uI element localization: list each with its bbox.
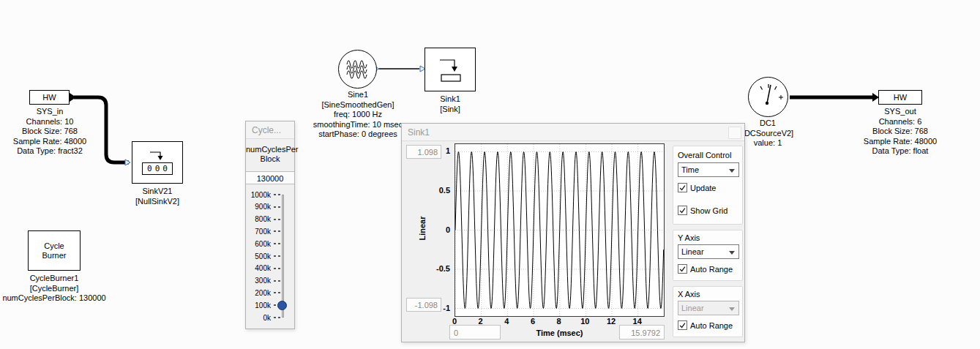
y-axis-group-label: Y Axis xyxy=(678,233,700,242)
slider-tick-label: 100k xyxy=(246,301,271,309)
overall-control-label: Overall Control xyxy=(678,151,731,160)
block-sink1[interactable] xyxy=(424,48,476,91)
slider-tick-label: 200k xyxy=(246,289,271,297)
hw-tab-label: HW xyxy=(42,93,56,102)
slider-tick-label: 800k xyxy=(246,215,271,223)
counter-display: 000 xyxy=(142,162,173,175)
slider-tick-mark xyxy=(274,317,276,318)
block-sinkv21[interactable]: 000 xyxy=(132,141,183,184)
slider-tick-label: 600k xyxy=(246,240,271,248)
slider-tick-row: 600k xyxy=(246,239,294,248)
block-name: Sink1 xyxy=(392,94,509,105)
slider-track[interactable] xyxy=(282,195,284,318)
block-sine1[interactable] xyxy=(338,50,377,89)
window-title: Cycle... xyxy=(252,125,281,135)
sys-in-caption: SYS_in Channels: 10Block Size: 768Sample… xyxy=(0,107,108,157)
block-detail: Data Type: float xyxy=(842,146,959,157)
slider-tick-mark xyxy=(274,219,276,220)
y-auto-range-row[interactable]: Auto Range xyxy=(678,264,733,274)
window-control-button[interactable] xyxy=(728,127,741,139)
x-auto-range-checkbox[interactable] xyxy=(678,320,687,330)
slider-tick-row: 400k xyxy=(246,264,294,273)
update-checkbox[interactable] xyxy=(678,183,687,192)
x-tick-label: 4 xyxy=(504,317,509,326)
sysin-output-arrow-icon xyxy=(70,93,76,102)
slider-tick-mark xyxy=(274,304,276,306)
x-axis-dropdown: Linear xyxy=(678,301,739,315)
x-auto-range-row[interactable]: Auto Range xyxy=(678,320,733,330)
y-axis-title: Linear xyxy=(418,199,427,258)
sink-icon xyxy=(433,53,468,86)
param-value-field[interactable]: 130000 xyxy=(246,171,294,184)
update-checkbox-row[interactable]: Update xyxy=(678,183,716,192)
slider-tick-mark xyxy=(274,243,276,244)
x-tick-label: 10 xyxy=(580,317,589,326)
block-label: Burner xyxy=(42,251,66,260)
block-detail: Data Type: fract32 xyxy=(0,146,108,157)
x-max-input[interactable]: 15.9792 xyxy=(619,325,665,339)
slider-scale: 1000k900k800k700k600k500k400k300k200k100… xyxy=(246,190,294,326)
window-title: Sink1 xyxy=(408,127,430,138)
plot-window-titlebar[interactable]: Sink1 xyxy=(402,124,744,141)
x-axis-group: X Axis Linear Auto Range xyxy=(673,286,743,337)
slider-tick-mark xyxy=(274,230,276,232)
sink-arrow-icon xyxy=(148,150,167,161)
checkbox-label: Auto Range xyxy=(690,321,733,330)
y-axis-group: Y Axis Linear Auto Range xyxy=(673,230,743,281)
slider-tick-mark xyxy=(274,292,276,293)
slider-tick-row: 300k xyxy=(246,277,294,285)
sink1-caption: Sink1 [Sink] xyxy=(392,94,509,114)
y-tick-label: -1 xyxy=(430,304,450,312)
slider-tick-label: 900k xyxy=(246,203,271,211)
x-tick-label: 12 xyxy=(607,317,616,326)
slider-window-titlebar[interactable]: Cycle... xyxy=(246,121,294,139)
block-dc1[interactable] xyxy=(748,77,788,117)
param-name-label: numCyclesPer Block xyxy=(246,145,294,164)
sinkv21-input-port-icon xyxy=(125,160,130,165)
block-type: [CycleBurner] xyxy=(0,284,113,294)
slider-tick-row: 700k xyxy=(246,227,294,236)
block-detail: startPhase: 0 degrees xyxy=(299,130,416,140)
y-tick-label: 0 xyxy=(430,225,450,234)
y-auto-range-checkbox[interactable] xyxy=(678,264,687,274)
block-detail: Sample Rate: 48000 xyxy=(0,137,108,147)
slider-tick-mark xyxy=(274,255,276,257)
slider-tick-label: 0k xyxy=(246,314,271,322)
show-grid-checkbox[interactable] xyxy=(678,206,687,215)
block-sys-out[interactable]: HW xyxy=(878,90,922,105)
block-detail: smoothingTime: 10 msec xyxy=(299,120,416,130)
slider-tick-row: 200k xyxy=(246,288,294,297)
overall-control-dropdown[interactable]: Time xyxy=(678,162,739,177)
block-sys-in[interactable]: HW xyxy=(29,90,70,105)
y-tick-label: -0.5 xyxy=(430,264,450,273)
block-detail: Sample Rate: 48000 xyxy=(842,137,959,147)
slider-tick-row: 900k xyxy=(246,203,294,211)
block-name: SYS_out xyxy=(842,107,959,117)
block-cycle-burner[interactable]: Cycle Burner xyxy=(28,230,81,271)
block-type: [NullSinkV2] xyxy=(99,197,216,207)
slider-tick-mark xyxy=(274,206,276,208)
chevron-down-icon xyxy=(729,169,735,173)
show-grid-checkbox-row[interactable]: Show Grid xyxy=(678,206,727,215)
slider-tick-mark xyxy=(274,280,276,282)
slider-tick-label: 700k xyxy=(246,228,271,236)
sink1-plot-window: Sink1 1.098 -1.098 Linear 10.50-0.5-1 02… xyxy=(401,123,745,342)
x-min-input[interactable]: 0 xyxy=(449,325,501,339)
slider-tick-mark xyxy=(274,268,276,269)
block-detail: Block Size: 768 xyxy=(0,127,108,137)
block-detail: numCyclesPerBlock: 130000 xyxy=(0,293,113,304)
slider-handle[interactable] xyxy=(277,301,287,310)
slider-tick-row: 100k xyxy=(246,301,294,309)
x-axis-group-label: X Axis xyxy=(678,290,700,299)
x-tick-label: 8 xyxy=(557,317,561,326)
sys-out-caption: SYS_out Channels: 6Block Size: 768Sample… xyxy=(842,107,959,157)
slider-tick-label: 1000k xyxy=(246,191,271,199)
block-name: SYS_in xyxy=(0,107,108,117)
meter-icon xyxy=(750,79,787,116)
slider-tick-row: 800k xyxy=(246,215,294,224)
y-axis-dropdown[interactable]: Linear xyxy=(678,244,739,259)
slider-tick-label: 300k xyxy=(246,277,271,285)
block-name: SinkV21 xyxy=(99,187,216,197)
block-name: CycleBurner1 xyxy=(0,274,113,284)
chevron-down-icon xyxy=(729,251,735,255)
